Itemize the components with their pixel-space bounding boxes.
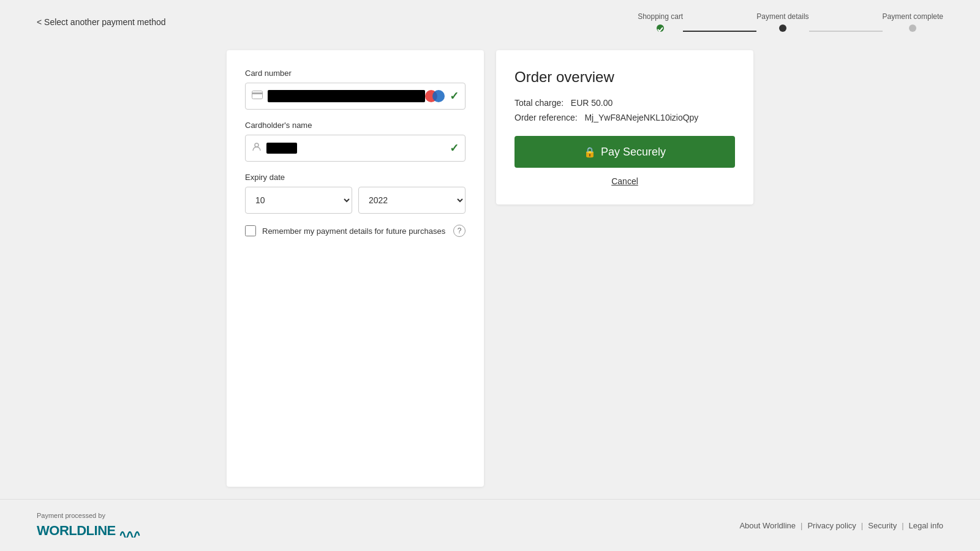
lock-icon: 🔒	[584, 146, 596, 158]
main-content: Card number ✓ Cardholder's name	[0, 38, 980, 499]
person-icon	[252, 142, 262, 154]
worldline-wave-icon	[119, 524, 140, 538]
worldline-logo: WORLDLINE	[37, 523, 140, 539]
top-nav: < Select another payment method Shopping…	[0, 0, 980, 38]
footer-sep-2: |	[861, 521, 863, 530]
footer: Payment processed by WORLDLINE About Wor…	[0, 499, 980, 551]
back-link[interactable]: < Select another payment method	[37, 17, 166, 27]
step-payment-details-indicator	[779, 24, 786, 32]
total-charge-value: EUR 50.00	[571, 98, 612, 108]
expiry-row: 01 02 03 04 05 06 07 08 09 10 11 12 2020…	[245, 187, 466, 214]
svg-rect-1	[252, 92, 263, 94]
step-payment-complete-label: Payment complete	[883, 12, 943, 21]
remember-label: Remember my payment details for future p…	[262, 227, 447, 236]
footer-link-about[interactable]: About Worldline	[739, 521, 796, 530]
mastercard-blue-circle	[432, 90, 445, 102]
cardholder-label: Cardholder's name	[245, 121, 466, 130]
total-charge-label: Total charge:	[514, 98, 564, 108]
expiry-label: Expiry date	[245, 173, 466, 182]
order-ref-value: Mj_YwF8ANejeNKL10izioQpy	[584, 113, 698, 122]
order-ref-label: Order reference:	[514, 113, 578, 122]
pay-button-label: Pay Securely	[601, 146, 666, 159]
card-valid-checkmark: ✓	[450, 89, 459, 103]
step-line-1	[683, 31, 756, 32]
step-shopping-cart-label: Shopping cart	[638, 12, 683, 21]
step-payment-details: Payment details	[756, 12, 809, 32]
order-ref-row: Order reference: Mj_YwF8ANejeNKL10izioQp…	[514, 113, 735, 122]
remember-row: Remember my payment details for future p…	[245, 225, 466, 237]
order-title: Order overview	[514, 69, 735, 86]
help-icon[interactable]: ?	[453, 225, 466, 237]
card-brands	[425, 90, 445, 102]
cardholder-wrapper: ✓	[245, 135, 466, 162]
footer-sep-3: |	[902, 521, 903, 530]
cancel-button[interactable]: Cancel	[514, 176, 735, 186]
card-icon	[252, 91, 263, 102]
step-payment-complete-indicator	[909, 24, 916, 32]
svg-point-2	[255, 143, 258, 147]
payment-form-card: Card number ✓ Cardholder's name	[227, 50, 484, 487]
worldline-text: WORLDLINE	[37, 523, 116, 539]
total-charge-row: Total charge: EUR 50.00	[514, 98, 735, 108]
remember-checkbox[interactable]	[245, 225, 256, 236]
footer-link-legal[interactable]: Legal info	[909, 521, 943, 530]
pay-securely-button[interactable]: 🔒 Pay Securely	[514, 136, 735, 168]
card-number-label: Card number	[245, 69, 466, 78]
step-payment-details-label: Payment details	[756, 12, 809, 21]
cardholder-valid-checkmark: ✓	[450, 141, 459, 155]
footer-link-security[interactable]: Security	[868, 521, 897, 530]
mastercard-icon	[425, 90, 445, 102]
footer-link-privacy[interactable]: Privacy policy	[807, 521, 856, 530]
expiry-year-select[interactable]: 2020 2021 2022 2023 2024 2025 2026	[358, 187, 466, 214]
progress-steps: Shopping cart Payment details Payment co…	[638, 12, 943, 32]
card-number-masked[interactable]	[268, 90, 425, 102]
footer-sep-1: |	[801, 521, 802, 530]
step-shopping-cart: Shopping cart	[638, 12, 683, 32]
step-line-2	[809, 31, 883, 32]
footer-processed-by: Payment processed by	[37, 512, 140, 519]
card-number-wrapper: ✓	[245, 83, 466, 110]
step-payment-complete: Payment complete	[883, 12, 943, 32]
cardholder-masked[interactable]	[266, 143, 297, 154]
footer-left: Payment processed by WORLDLINE	[37, 512, 140, 539]
footer-links: About Worldline | Privacy policy | Secur…	[739, 521, 943, 530]
step-shopping-cart-indicator	[657, 24, 664, 32]
expiry-month-select[interactable]: 01 02 03 04 05 06 07 08 09 10 11 12	[245, 187, 352, 214]
svg-rect-0	[252, 91, 263, 99]
order-card: Order overview Total charge: EUR 50.00 O…	[496, 50, 753, 204]
